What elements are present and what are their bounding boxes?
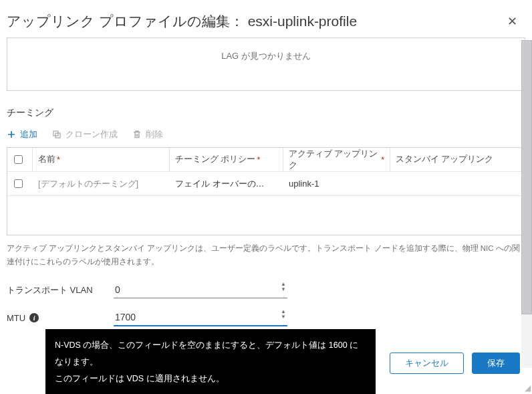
select-all-checkbox[interactable] [14, 155, 23, 164]
cell-active: uplink-1 [283, 179, 390, 189]
mtu-field: MTU i ▲▼ [7, 309, 525, 326]
tooltip-line1: N-VDS の場合、このフィールドを空のままにすると、デフォルト値は 1600 … [55, 337, 366, 371]
add-button[interactable]: 追加 [7, 128, 37, 140]
resize-grip-icon: ◢ [525, 383, 531, 393]
mtu-input[interactable] [114, 309, 287, 326]
teaming-toolbar: 追加 クローン作成 削除 [7, 128, 525, 140]
clone-label: クローン作成 [65, 128, 118, 140]
clone-icon [52, 130, 61, 139]
col-standby-header: スタンバイ アップリンク [390, 148, 518, 171]
col-standby-label: スタンバイ アップリンク [396, 154, 493, 165]
header-checkbox-cell [14, 148, 33, 171]
cancel-button[interactable]: キャンセル [390, 353, 464, 374]
info-icon[interactable]: i [29, 313, 39, 322]
lag-empty-panel: LAG が見つかりません [7, 37, 525, 91]
dialog-title: アップリンク プロファイルの編集： esxi-uplink-profile [7, 12, 497, 31]
col-name-label: 名前 [38, 154, 55, 165]
table-header-row: 名前* チーミング ポリシー* アクティブ アップリンク* スタンバイ アップリ… [7, 148, 525, 172]
teaming-table: 名前* チーミング ポリシー* アクティブ アップリンク* スタンバイ アップリ… [7, 147, 525, 235]
col-policy-label: チーミング ポリシー [175, 154, 255, 165]
tooltip-line2: このフィールドは VDS に適用されません。 [55, 371, 366, 387]
cell-name: [デフォルトのチーミング] [33, 178, 170, 190]
trash-icon [132, 130, 142, 139]
dialog-header: アップリンク プロファイルの編集： esxi-uplink-profile ✕ [0, 0, 532, 37]
plus-icon [7, 130, 16, 139]
teaming-help-text: アクティブ アップリンクとスタンバイ アップリンクは、ユーザー定義のラベルです。… [7, 242, 525, 268]
required-asterisk: * [381, 155, 384, 165]
required-asterisk: * [257, 155, 260, 165]
col-active-label: アクティブ アップリンク [289, 149, 380, 171]
col-name-header: 名前* [33, 148, 170, 171]
scrollbar-thumb[interactable] [521, 40, 532, 314]
transport-vlan-field: トランスポート VLAN ▲▼ [7, 282, 525, 298]
chevron-down-icon[interactable]: ▼ [281, 314, 286, 320]
close-icon[interactable]: ✕ [505, 14, 520, 29]
mtu-stepper[interactable]: ▲▼ [281, 309, 286, 320]
col-policy-header: チーミング ポリシー* [170, 148, 283, 171]
vlan-stepper[interactable]: ▲▼ [281, 282, 286, 292]
col-active-header: アクティブ アップリンク* [283, 148, 390, 171]
mtu-tooltip: N-VDS の場合、このフィールドを空のままにすると、デフォルト値は 1600 … [45, 329, 376, 394]
transport-vlan-input[interactable] [114, 282, 287, 298]
table-row[interactable]: [デフォルトのチーミング] フェイル オーバーの… uplink-1 [7, 172, 525, 196]
transport-vlan-label: トランスポート VLAN [7, 284, 114, 296]
delete-button: 削除 [132, 128, 163, 140]
row-checkbox[interactable] [14, 179, 23, 188]
save-button[interactable]: 保存 [472, 353, 520, 374]
required-asterisk: * [57, 155, 60, 165]
dialog-footer: キャンセル 保存 [390, 353, 520, 374]
clone-button: クローン作成 [52, 128, 118, 140]
lag-empty-text: LAG が見つかりません [221, 50, 311, 62]
delete-label: 削除 [146, 128, 163, 140]
table-empty-space [7, 196, 525, 235]
mtu-label: MTU [7, 313, 25, 323]
chevron-down-icon[interactable]: ▼ [281, 287, 286, 292]
teaming-section-title: チーミング [7, 107, 525, 119]
add-label: 追加 [20, 128, 37, 140]
cell-policy: フェイル オーバーの… [170, 178, 283, 190]
